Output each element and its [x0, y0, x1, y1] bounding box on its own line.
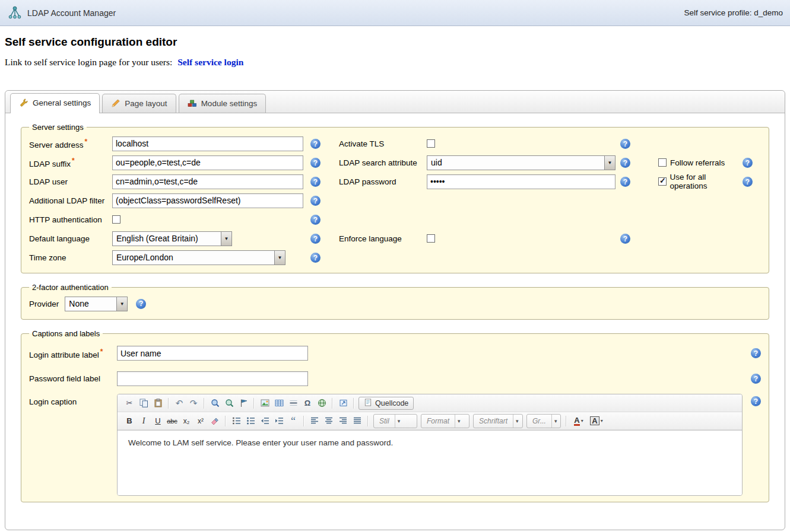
ldap-user-input[interactable]	[112, 174, 303, 189]
subscript-button[interactable]: x₂	[180, 415, 193, 428]
http-authentication-checkbox[interactable]	[112, 215, 120, 224]
form-row: Time zone Europe/London ▼ ?	[29, 248, 761, 267]
tab-module-settings[interactable]: Module settings	[179, 94, 266, 113]
ldap-search-attribute-select[interactable]: uid ▼	[427, 155, 615, 170]
login-attribute-input[interactable]	[117, 346, 308, 361]
undo-icon[interactable]: ↶	[173, 397, 186, 410]
server-address-input[interactable]	[112, 136, 303, 151]
chevron-down-icon: ▾	[395, 415, 403, 428]
help-icon[interactable]: ?	[743, 177, 753, 187]
outdent-icon[interactable]	[258, 415, 271, 428]
superscript-button[interactable]: x²	[194, 415, 207, 428]
editor-content-area[interactable]: Welcome to LAM self service. Please ente…	[118, 430, 742, 495]
captions-fieldset: Captions and labels Login attribute labe…	[21, 329, 769, 502]
background-color-button[interactable]: A ▾	[588, 415, 605, 428]
help-icon[interactable]: ?	[620, 139, 630, 149]
numbered-list-icon[interactable]	[230, 415, 243, 428]
help-icon[interactable]: ?	[751, 396, 761, 406]
follow-referrals-checkbox[interactable]	[658, 158, 667, 167]
login-link-prefix: Link to self service login page for your…	[5, 57, 172, 67]
indent-icon[interactable]	[272, 415, 285, 428]
required-marker: *	[100, 348, 103, 356]
activate-tls-checkbox[interactable]	[427, 139, 435, 148]
help-icon[interactable]: ?	[310, 158, 321, 168]
horizontal-rule-icon[interactable]	[287, 397, 300, 410]
help-icon[interactable]: ?	[310, 196, 321, 206]
help-icon[interactable]: ?	[310, 234, 321, 244]
help-icon[interactable]: ?	[136, 299, 146, 309]
form-row: Provider None ▼ ?	[29, 294, 761, 313]
additional-ldap-filter-input[interactable]	[112, 193, 303, 208]
source-button[interactable]: Quellcode	[358, 397, 414, 410]
italic-button[interactable]: I	[137, 415, 150, 428]
style-combo[interactable]: Stil▾	[373, 414, 417, 428]
select-arrow-icon: ▼	[221, 232, 231, 246]
page-title: Self service configuration editor	[5, 36, 785, 49]
login-attribute-label: Login attribute label*	[29, 348, 117, 359]
copy-icon[interactable]	[137, 397, 150, 410]
time-zone-select[interactable]: Europe/London ▼	[112, 250, 285, 265]
format-combo[interactable]: Format▾	[421, 414, 469, 428]
text-color-button[interactable]: A ▾	[570, 415, 587, 428]
form-row: Login caption ✂	[29, 391, 761, 496]
help-icon[interactable]: ?	[620, 158, 630, 168]
ldap-password-input[interactable]	[427, 174, 615, 189]
help-icon[interactable]: ?	[310, 139, 321, 149]
help-icon[interactable]: ?	[310, 253, 321, 263]
redo-icon[interactable]: ↷	[187, 397, 200, 410]
underline-button[interactable]: U	[151, 415, 164, 428]
help-icon[interactable]: ?	[620, 177, 630, 187]
help-icon[interactable]: ?	[310, 215, 321, 225]
self-service-login-link[interactable]: Self service login	[177, 57, 243, 67]
paste-icon[interactable]	[151, 397, 164, 410]
lam-logo-icon	[7, 5, 23, 21]
image-icon[interactable]	[258, 397, 271, 410]
globe-icon[interactable]	[315, 397, 328, 410]
form-row: Server address* ? Activate TLS ?	[29, 134, 761, 153]
help-icon[interactable]: ?	[620, 234, 630, 244]
ldap-user-label: LDAP user	[29, 177, 112, 186]
ldap-suffix-input[interactable]	[112, 155, 303, 170]
provider-select[interactable]: None ▼	[65, 297, 128, 311]
find-icon[interactable]	[208, 397, 221, 410]
cut-icon[interactable]: ✂	[123, 397, 136, 410]
replace-icon[interactable]	[223, 397, 236, 410]
align-right-icon[interactable]	[337, 415, 350, 428]
align-left-icon[interactable]	[308, 415, 321, 428]
help-icon[interactable]: ?	[310, 177, 321, 187]
justify-icon[interactable]	[351, 415, 364, 428]
enforce-language-checkbox[interactable]	[427, 234, 435, 243]
size-combo[interactable]: Gr...▾	[526, 414, 561, 428]
default-language-select[interactable]: English (Great Britain) ▼	[112, 231, 232, 246]
table-icon[interactable]	[272, 397, 285, 410]
brand: LDAP Account Manager	[7, 5, 116, 21]
help-icon[interactable]: ?	[743, 158, 753, 168]
anchor-flag-icon[interactable]	[237, 397, 250, 410]
font-combo[interactable]: Schriftart▾	[473, 414, 523, 428]
select-arrow-icon: ▼	[274, 251, 285, 265]
ldap-suffix-label: LDAP suffix*	[29, 157, 112, 168]
remove-format-icon[interactable]	[208, 415, 221, 428]
align-center-icon[interactable]	[322, 415, 335, 428]
form-row: LDAP user ? LDAP password ? Use for all …	[29, 172, 761, 191]
bold-button[interactable]: B	[123, 415, 136, 428]
maximize-icon[interactable]	[337, 397, 350, 410]
tab-label: Module settings	[201, 99, 258, 108]
top-header: LDAP Account Manager Self service profil…	[0, 0, 790, 26]
modules-icon	[188, 98, 197, 108]
source-button-label: Quellcode	[375, 399, 408, 407]
tab-general-settings[interactable]: General settings	[10, 93, 100, 113]
use-for-all-operations-checkbox[interactable]	[658, 177, 667, 186]
form-row: HTTP authentication ?	[29, 210, 761, 229]
chevron-down-icon: ▾	[601, 418, 603, 423]
help-icon[interactable]: ?	[751, 348, 761, 358]
form-row: Default language English (Great Britain)…	[29, 229, 761, 248]
blockquote-icon[interactable]: “	[287, 415, 300, 428]
tab-page-layout[interactable]: Page layout	[102, 94, 176, 113]
special-char-icon[interactable]: Ω	[301, 397, 314, 410]
bullet-list-icon[interactable]	[244, 415, 257, 428]
pencil-icon	[111, 98, 120, 108]
password-field-label-input[interactable]	[117, 371, 308, 386]
help-icon[interactable]: ?	[751, 374, 761, 384]
strikethrough-button[interactable]: abc	[166, 415, 179, 428]
